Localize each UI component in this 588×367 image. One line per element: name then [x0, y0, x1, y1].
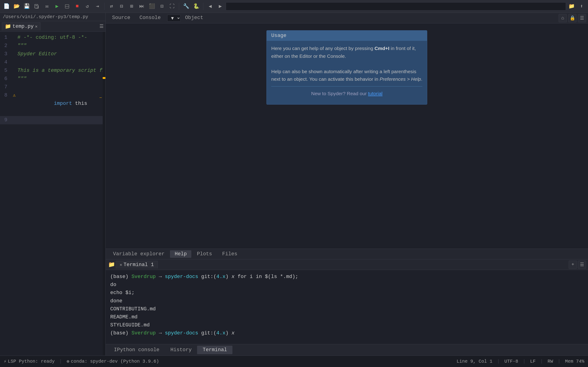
tab-console[interactable]: Console: [135, 14, 165, 23]
usage-paragraph-1: Here you can get help of any object by p…: [271, 44, 422, 60]
debug-outline-icon[interactable]: [62, 2, 72, 11]
line-number-2: 2: [0, 42, 11, 50]
tab-ipython-console[interactable]: IPython console: [108, 346, 165, 354]
editor-tab-menu-icon[interactable]: ☰: [99, 23, 104, 29]
forward-icon[interactable]: ▶: [216, 2, 225, 11]
t-cmd-1: for i in $(ls *.md);: [234, 274, 298, 280]
t-dir-2: spyder-docs: [165, 330, 198, 336]
open-file-icon[interactable]: 📂: [12, 2, 21, 11]
settings-icon[interactable]: 🔧: [182, 2, 191, 11]
fast-forward-icon[interactable]: ⏭: [137, 2, 146, 11]
tab-source-label: Source: [112, 15, 130, 21]
code-line-3: 3 Spyder Editor: [0, 50, 105, 58]
t-branch-1: 4.x: [216, 274, 225, 280]
step-over-icon[interactable]: ⇥: [93, 2, 102, 11]
terminal-output-readme: README.md: [110, 313, 583, 321]
usage-body: Here you can get help of any object by p…: [267, 41, 427, 104]
maximize-icon[interactable]: ⊡: [157, 2, 166, 11]
tab-help[interactable]: Help: [170, 250, 191, 258]
tab-files[interactable]: Files: [217, 250, 242, 258]
code-line-6: 6 """: [0, 75, 105, 83]
line-gutter-8: ⚠: [11, 91, 17, 100]
help-lock-icon[interactable]: 🔒: [568, 14, 577, 22]
new-file-icon[interactable]: 📄: [2, 2, 11, 11]
browse-icon[interactable]: 📁: [567, 2, 576, 11]
terminal-panel: 📁 ✕ Terminal 1 + ☰ (base) Sverdrup → spy…: [106, 259, 588, 356]
tab-object[interactable]: Object: [181, 14, 208, 23]
cursor-pos: Line 9, Col 1: [457, 359, 493, 364]
status-sep-1: |: [59, 359, 62, 364]
tab-plots[interactable]: Plots: [192, 250, 216, 258]
code-lines: 1 # -*- coding: utf-8 -*- 2 """ 3 Spyder…: [0, 33, 105, 124]
python-icon[interactable]: 🐍: [191, 2, 201, 11]
svg-rect-1: [35, 5, 37, 6]
terminal-bottom-tabs: IPython console History Terminal: [106, 344, 588, 356]
tab-source[interactable]: Source: [107, 14, 135, 23]
lsp-icon: ⚡: [4, 359, 6, 364]
line-content-8: import this: [17, 91, 105, 116]
permissions-text: RW: [548, 359, 553, 364]
help-menu-icon[interactable]: ☰: [578, 14, 586, 22]
split-v-icon[interactable]: ⊞: [127, 2, 136, 11]
upload-icon[interactable]: ⬆: [577, 2, 586, 11]
toolbar: 📄 📂 💾 ✉ ▶ ■ ↺ ⇥ ⇄ ⊟ ⊞ ⏭ ⬛ ⊡ ⛶ 🔧 🐍 ◀ ▶ /U…: [0, 0, 588, 13]
terminal-line-1: (base) Sverdrup → spyder-docs git:(4.x) …: [110, 273, 583, 281]
line-content-5: This is a temporary script file.: [17, 67, 105, 75]
editor-content[interactable]: 1 # -*- coding: utf-8 -*- 2 """ 3 Spyder…: [0, 32, 105, 356]
stop-icon[interactable]: ■: [73, 2, 82, 11]
tab-history[interactable]: History: [165, 346, 197, 354]
t-out-styleguide: STYLEGUIDE.md: [110, 322, 150, 328]
t-base-2: (base): [110, 330, 131, 336]
lsp-status: ⚡ LSP Python: ready: [4, 359, 55, 364]
tab-variable-explorer-label: Variable explorer: [113, 251, 164, 257]
terminal-add-icon[interactable]: +: [569, 261, 577, 269]
tab-variable-explorer[interactable]: Variable explorer: [108, 250, 169, 258]
warning-marker-8: —: [99, 94, 102, 102]
email-icon[interactable]: ✉: [42, 2, 52, 11]
usage-box: Usage Here you can get help of any objec…: [267, 30, 427, 105]
tab-folder-icon: 📁: [5, 23, 11, 30]
stop-square-icon[interactable]: ⬛: [147, 2, 156, 11]
editor-scrollbar[interactable]: [103, 32, 105, 356]
tab-files-label: Files: [222, 251, 237, 257]
tab-close-icon[interactable]: ✕: [35, 24, 37, 29]
connect-icon[interactable]: ⇄: [107, 2, 116, 11]
tab-history-label: History: [170, 347, 191, 353]
terminal-close-icon[interactable]: ✕: [120, 262, 122, 267]
editor-tab-temp-py[interactable]: 📁 temp.py ✕: [2, 22, 40, 31]
line-number-9: 9: [0, 116, 11, 124]
toolbar-separator-1: [104, 3, 104, 10]
tab-terminal[interactable]: Terminal: [197, 346, 233, 354]
run-icon[interactable]: ▶: [52, 2, 61, 11]
save-all-icon[interactable]: [32, 2, 41, 11]
terminal-output-do: do: [110, 281, 583, 289]
path-input[interactable]: /Users/vini: [226, 2, 566, 10]
line-number-3: 3: [0, 50, 11, 58]
refresh-icon[interactable]: ↺: [83, 2, 92, 11]
fullscreen-icon[interactable]: ⛶: [167, 2, 177, 11]
memory-text: Mem 74%: [565, 359, 584, 364]
tab-help-label: Help: [174, 251, 187, 257]
terminal-tabs-bar: 📁 ✕ Terminal 1 + ☰: [106, 259, 588, 270]
status-sep-3: |: [523, 359, 526, 364]
split-h-icon[interactable]: ⊟: [117, 2, 126, 11]
terminal-tab-1[interactable]: ✕ Terminal 1: [116, 261, 158, 269]
t-user-2: Sverdrup: [131, 330, 156, 336]
help-home-icon[interactable]: ⌂: [559, 14, 567, 22]
back-icon[interactable]: ◀: [206, 2, 215, 11]
terminal-menu-icon[interactable]: ☰: [578, 261, 586, 269]
status-sep-5: |: [558, 359, 561, 364]
line-content-6: """: [17, 75, 105, 83]
tab-object-label: Object: [185, 15, 203, 21]
terminal-content[interactable]: (base) Sverdrup → spyder-docs git:(4.x) …: [106, 270, 588, 344]
t-out-do: do: [110, 282, 116, 288]
console-select[interactable]: ▼: [167, 15, 181, 22]
tab-plots-label: Plots: [197, 251, 212, 257]
terminal-folder-icon[interactable]: 📁: [107, 261, 116, 269]
tab-console-label: Console: [139, 15, 161, 21]
t-out-readme: README.md: [110, 314, 138, 320]
tutorial-link[interactable]: tutorial: [368, 91, 382, 96]
terminal-output-echo: echo $i;: [110, 289, 583, 297]
right-panel: Source Console ▼ Object ⌂ 🔒 ☰: [106, 13, 588, 356]
save-file-icon[interactable]: 💾: [22, 2, 31, 11]
